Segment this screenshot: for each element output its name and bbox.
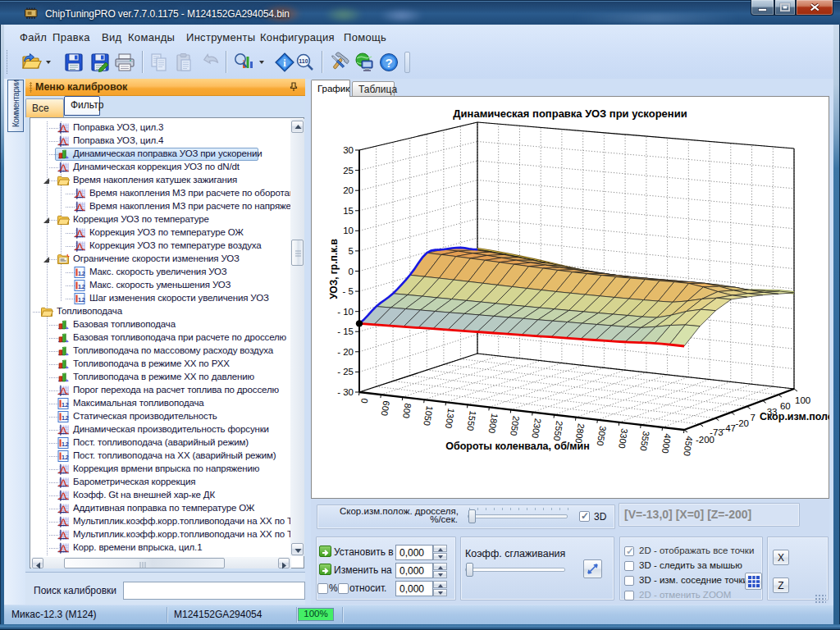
svg-text:1800: 1800 [487,413,500,434]
svg-text:Обороты коленвала, об/мин: Обороты коленвала, об/мин [445,441,590,452]
svg-text:1.2: 1.2 [62,441,69,447]
svg-text:- 25: - 25 [337,367,354,377]
svg-text:3550: 3550 [638,431,651,452]
svg-text:800: 800 [401,403,413,419]
svg-text:- 30: - 30 [337,387,354,397]
svg-text:20: 20 [343,185,354,195]
svg-text:4500: 4500 [682,436,695,457]
svg-text:25: 25 [343,166,354,176]
svg-text:УОЗ, гр.п.к.в: УОЗ, гр.п.к.в [328,239,340,299]
svg-text:10: 10 [343,226,354,235]
svg-text:3300: 3300 [617,427,630,449]
svg-text:3050: 3050 [596,425,609,446]
svg-text:600: 600 [380,400,392,417]
svg-text:?: ? [385,56,392,70]
svg-text:1.2: 1.2 [62,415,69,421]
svg-text:30: 30 [343,145,354,155]
svg-text:100: 100 [795,395,810,405]
svg-text:7: 7 [751,413,756,422]
svg-text:1300: 1300 [444,408,457,429]
svg-text:110: 110 [299,58,308,64]
svg-text:1.2: 1.2 [78,271,85,276]
svg-text:- 5: - 5 [343,286,354,296]
svg-text:1.2: 1.2 [78,284,85,290]
svg-text:1.2: 1.2 [62,454,69,460]
svg-text:2050: 2050 [509,415,522,436]
svg-text:1.2: 1.2 [78,297,85,303]
svg-text:Динамическая поправка УОЗ при: Динамическая поправка УОЗ при ускорении [453,107,687,120]
svg-text:0: 0 [359,398,370,404]
svg-text:1550: 1550 [465,410,478,431]
svg-text:0: 0 [349,267,354,276]
svg-text:- 20: - 20 [337,347,354,357]
svg-text:-47: -47 [722,423,736,433]
svg-text:-73: -73 [710,427,724,437]
svg-text:Скор.изм.полож.: Скор.изм.полож. [760,411,829,422]
svg-text:-20: -20 [735,418,749,428]
svg-text:- 15: - 15 [337,326,354,336]
svg-text:5: 5 [349,246,354,256]
svg-text:- 10: - 10 [337,307,354,317]
svg-text:4000: 4000 [660,433,673,454]
svg-text:2550: 2550 [552,420,565,441]
svg-text:2300: 2300 [530,418,543,439]
svg-text:1.2: 1.2 [62,402,69,408]
svg-text:1050: 1050 [422,405,435,427]
svg-text:60: 60 [780,401,791,411]
svg-text:15: 15 [343,206,354,216]
